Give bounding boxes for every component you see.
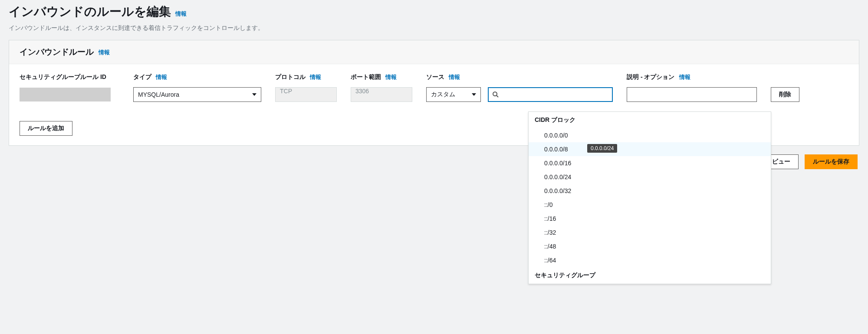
dropdown-item[interactable]: ::/32 [529, 226, 771, 239]
dropdown-item[interactable]: 0.0.0.0/16 [529, 156, 771, 170]
source-dropdown: CIDR ブロック 0.0.0.0/00.0.0.0/80.0.0.0/240.… [528, 111, 771, 284]
col-protocol: プロトコル [275, 73, 306, 80]
save-rules-button[interactable]: ルールを保存 [805, 154, 858, 169]
port-input: 3306 [351, 87, 412, 102]
rules-table: セキュリティグループルール ID タイプ 情報 プロトコル 情報 ポート範囲 情… [9, 64, 859, 113]
rule-row: MYSQL/Aurora TCP 3306 カスタム [20, 87, 848, 102]
source-mode-value: カスタム [431, 91, 455, 98]
delete-button[interactable]: 削除 [771, 87, 799, 102]
col-rule-id: セキュリティグループルール ID [20, 73, 106, 80]
caret-down-icon [252, 93, 256, 96]
caret-down-icon [472, 93, 476, 96]
svg-line-1 [496, 95, 498, 97]
panel-title-info-link[interactable]: 情報 [99, 49, 110, 56]
col-description-info-link[interactable]: 情報 [679, 74, 690, 80]
page-title: インバウンドのルールを編集 [9, 3, 171, 20]
type-select[interactable]: MYSQL/Aurora [133, 87, 261, 102]
dropdown-item[interactable]: ::/48 [529, 239, 771, 253]
description-input[interactable] [627, 87, 757, 102]
col-source: ソース [426, 73, 444, 80]
rule-id-value [20, 88, 111, 102]
add-rule-button[interactable]: ルールを追加 [20, 121, 72, 136]
dropdown-tooltip: 0.0.0.0/24 [587, 144, 617, 153]
dropdown-sg-header: セキュリティグループ [529, 267, 771, 284]
dropdown-item[interactable]: 0.0.0.0/0 [529, 128, 771, 142]
page-title-info-link[interactable]: 情報 [175, 10, 187, 17]
dropdown-item[interactable]: 0.0.0.0/24 [529, 170, 771, 184]
col-source-info-link[interactable]: 情報 [449, 74, 460, 80]
search-icon [492, 91, 499, 98]
col-protocol-info-link[interactable]: 情報 [310, 74, 321, 80]
source-dropdown-scroll[interactable]: CIDR ブロック 0.0.0.0/00.0.0.0/80.0.0.0/240.… [529, 112, 771, 284]
col-port: ポート範囲 [351, 73, 381, 80]
protocol-value: TCP [280, 88, 292, 95]
dropdown-item[interactable]: ::/0 [529, 198, 771, 212]
dropdown-cidr-header: CIDR ブロック [529, 112, 771, 128]
panel-title: インバウンドルール [20, 47, 94, 56]
col-type: タイプ [133, 73, 151, 80]
page-description: インバウンドルールは、インスタンスに到達できる着信トラフィックをコントロールしま… [9, 24, 859, 32]
col-description: 説明 - オプション [627, 73, 674, 80]
source-search-input[interactable] [488, 87, 613, 102]
dropdown-item[interactable]: ::/64 [529, 253, 771, 267]
inbound-rules-panel: インバウンドルール 情報 セキュリティグループルール ID タイプ 情報 プロト… [9, 40, 859, 146]
protocol-input: TCP [275, 87, 337, 102]
dropdown-item[interactable]: 0.0.0.0/80.0.0.0/24 [529, 142, 771, 156]
col-port-info-link[interactable]: 情報 [385, 74, 397, 80]
col-type-info-link[interactable]: 情報 [156, 74, 167, 80]
source-mode-select[interactable]: カスタム [426, 87, 481, 102]
type-select-value: MYSQL/Aurora [138, 91, 179, 98]
dropdown-item[interactable]: ::/16 [529, 212, 771, 226]
panel-header: インバウンドルール 情報 [9, 40, 859, 64]
svg-point-0 [493, 92, 497, 96]
port-value: 3306 [355, 88, 369, 95]
dropdown-item[interactable]: 0.0.0.0/32 [529, 184, 771, 198]
